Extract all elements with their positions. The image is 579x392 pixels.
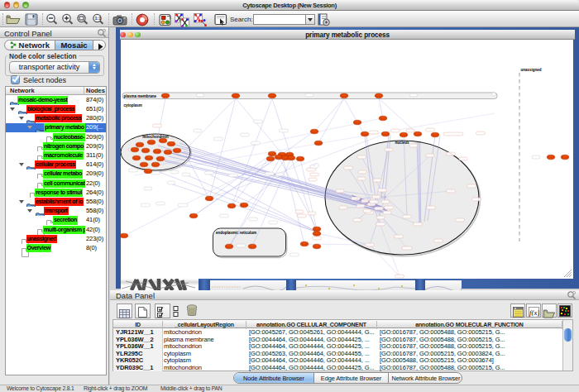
svg-text:plasma membrane: plasma membrane	[124, 94, 157, 98]
svg-text:mitochondrion: mitochondrion	[142, 135, 169, 139]
svg-text:unassigned: unassigned	[521, 68, 542, 72]
svg-text:f(x): f(x)	[529, 308, 539, 316]
svg-text:nucleus: nucleus	[395, 141, 409, 145]
svg-text:cytoplasm: cytoplasm	[124, 103, 142, 108]
svg-text:1:1: 1:1	[94, 16, 101, 21]
